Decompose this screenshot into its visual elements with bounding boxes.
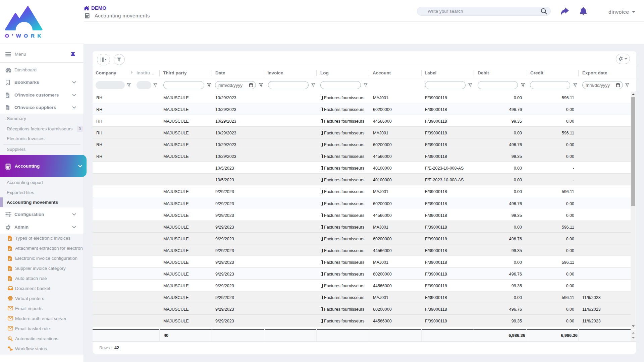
svg-text:O'WORK: O'WORK bbox=[5, 33, 44, 39]
